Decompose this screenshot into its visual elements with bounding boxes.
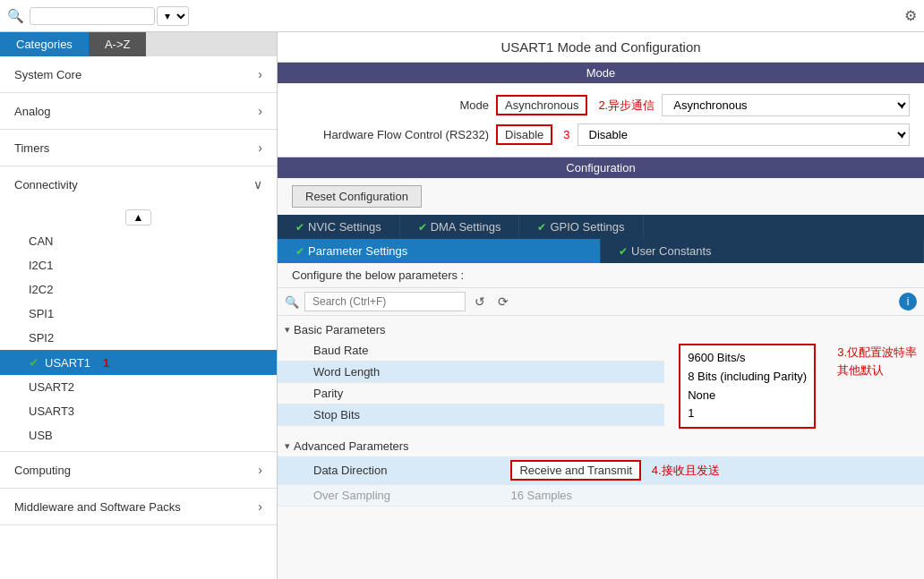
section-system-core: System Core › [0, 56, 277, 93]
tab-parameter-settings[interactable]: ✔ Parameter Settings [278, 239, 601, 263]
dma-check-icon: ✔ [418, 221, 427, 234]
data-direction-value-box: Receive and Transmit [510, 460, 641, 481]
table-row: Baud Rate [278, 340, 664, 362]
baud-rate-val: 9600 Bits/s [688, 349, 807, 368]
section-analog: Analog › [0, 93, 277, 130]
hw-flow-select[interactable]: Disable [578, 123, 910, 146]
mode-label: Mode [292, 98, 489, 112]
main-layout: Categories A->Z System Core › Analog › T… [0, 32, 924, 579]
section-computing-header[interactable]: Computing › [0, 452, 277, 488]
section-analog-label: Analog [14, 105, 50, 118]
chevron-down-icon-connectivity: ∨ [253, 177, 262, 192]
config-section: Configuration Reset Configuration ✔ NVIC… [278, 158, 924, 579]
basic-values-annotation: 9600 Bits/s 8 Bits (including Parity) No… [679, 344, 816, 429]
gpio-label: GPIO Settings [550, 220, 624, 234]
scroll-up-button[interactable]: ▲ [125, 209, 152, 226]
tabs-row1: ✔ NVIC Settings ✔ DMA Settings ✔ GPIO Se… [278, 215, 924, 239]
chevron-right-icon-computing: › [258, 463, 262, 477]
section-timers-label: Timers [14, 141, 49, 155]
section-timers: Timers › [0, 130, 277, 166]
user-label: User Constants [631, 244, 712, 258]
param-check-icon: ✔ [295, 245, 304, 258]
scroll-up-btn[interactable]: ▲ [0, 206, 277, 229]
gear-icon[interactable]: ⚙ [904, 7, 917, 24]
sidebar-item-i2c1[interactable]: I2C1 [0, 253, 277, 277]
search-input[interactable] [30, 7, 155, 25]
advanced-params-header[interactable]: ▾ Advanced Parameters [278, 436, 924, 456]
tab-az[interactable]: A->Z [89, 32, 147, 56]
data-direction-name: Data Direction [278, 456, 503, 485]
nvic-label: NVIC Settings [308, 220, 381, 234]
baud-rate-value [620, 340, 664, 362]
chevron-right-icon: › [258, 67, 262, 81]
table-row: Stop Bits [278, 404, 664, 426]
mode-value-box: Asynchronous [496, 95, 587, 115]
hw-flow-select-wrap: Disable ▾ [578, 123, 910, 146]
sidebar-tabs: Categories A->Z [0, 32, 277, 56]
parity-name: Parity [278, 383, 620, 404]
search-dropdown[interactable]: ▾ [157, 6, 189, 26]
nvic-check-icon: ✔ [295, 221, 304, 234]
advanced-params-group: ▾ Advanced Parameters Data Direction Rec… [278, 436, 924, 507]
sidebar-item-spi1[interactable]: SPI1 [0, 302, 277, 326]
top-bar: 🔍 ▾ ⚙ [0, 0, 924, 32]
usart1-label: USART1 [45, 356, 90, 370]
hw-flow-annotation: 3 [563, 128, 569, 141]
tabs-row2: ✔ Parameter Settings ✔ User Constants [278, 239, 924, 263]
mode-select-wrap: Asynchronous ▾ [662, 94, 910, 116]
chevron-right-icon-middleware: › [258, 499, 262, 514]
parity-val: None [688, 387, 807, 405]
params-area: Configure the below parameters : 🔍 ↺ ⟳ i… [278, 263, 924, 517]
tab-user-constants[interactable]: ✔ User Constants [601, 239, 924, 263]
section-timers-header[interactable]: Timers › [0, 130, 277, 166]
sidebar-item-can[interactable]: CAN [0, 229, 277, 253]
baud-rate-name: Baud Rate [278, 340, 620, 362]
param-search-icon: 🔍 [285, 295, 299, 309]
sync-icon-btn[interactable]: ⟳ [494, 293, 512, 311]
section-analog-header[interactable]: Analog › [0, 93, 277, 129]
basic-values-box: 9600 Bits/s 8 Bits (including Parity) No… [679, 344, 816, 429]
basic-params-header[interactable]: ▾ Basic Parameters [278, 319, 924, 340]
info-button[interactable]: i [899, 293, 917, 311]
sidebar-item-usart3[interactable]: USART3 [0, 399, 277, 423]
basic-params-group: ▾ Basic Parameters Baud Rate Word Length [278, 319, 924, 432]
sidebar-item-usart2[interactable]: USART2 [0, 375, 277, 399]
tab-nvic-settings[interactable]: ✔ NVIC Settings [278, 215, 400, 239]
section-connectivity-header[interactable]: Connectivity ∨ [0, 166, 277, 202]
word-length-name: Word Length [278, 362, 620, 383]
usart1-annotation: 1 [103, 356, 109, 370]
params-hint: Configure the below parameters : [278, 263, 924, 288]
section-computing-label: Computing [14, 464, 71, 477]
over-sampling-value: 16 Samples [503, 485, 924, 507]
basic-params-table: Baud Rate Word Length Parity [278, 340, 664, 426]
section-middleware-header[interactable]: Middleware and Software Packs › [0, 489, 277, 524]
hw-flow-label: Hardware Flow Control (RS232) [292, 128, 489, 141]
refresh-icon-btn[interactable]: ↺ [471, 293, 489, 311]
tab-categories[interactable]: Categories [0, 32, 89, 56]
sidebar-item-usart1[interactable]: ✔ USART1 1 [0, 350, 277, 375]
sidebar-item-i2c2[interactable]: I2C2 [0, 277, 277, 302]
section-connectivity: Connectivity ∨ ▲ CAN I2C1 I2C2 SPI1 SPI2… [0, 166, 277, 452]
basic-params-label: Basic Parameters [294, 323, 386, 336]
mode-select[interactable]: Asynchronous [662, 94, 910, 116]
tab-gpio-settings[interactable]: ✔ GPIO Settings [519, 215, 643, 239]
sidebar-item-usb[interactable]: USB [0, 423, 277, 447]
reset-config-button[interactable]: Reset Configuration [292, 185, 422, 208]
gpio-check-icon: ✔ [537, 221, 546, 234]
table-row: Over Sampling 16 Samples [278, 485, 924, 507]
section-middleware: Middleware and Software Packs › [0, 489, 277, 525]
sidebar-item-spi2[interactable]: SPI2 [0, 326, 277, 350]
tab-dma-settings[interactable]: ✔ DMA Settings [400, 215, 520, 239]
usart1-check-icon: ✔ [29, 355, 39, 370]
user-check-icon: ✔ [619, 245, 628, 258]
parity-value [620, 383, 664, 404]
word-length-val: 8 Bits (including Parity) [688, 368, 807, 387]
param-search-input[interactable] [304, 292, 466, 311]
chevron-right-icon-timers: › [258, 140, 262, 155]
search-icon: 🔍 [7, 8, 24, 24]
section-computing: Computing › [0, 452, 277, 489]
section-system-core-header[interactable]: System Core › [0, 56, 277, 92]
page-title: USART1 Mode and Configuration [278, 32, 924, 63]
mode-section: Mode Mode Asynchronous 2.异步通信 Asynchrono… [278, 63, 924, 158]
section-middleware-label: Middleware and Software Packs [14, 500, 181, 514]
